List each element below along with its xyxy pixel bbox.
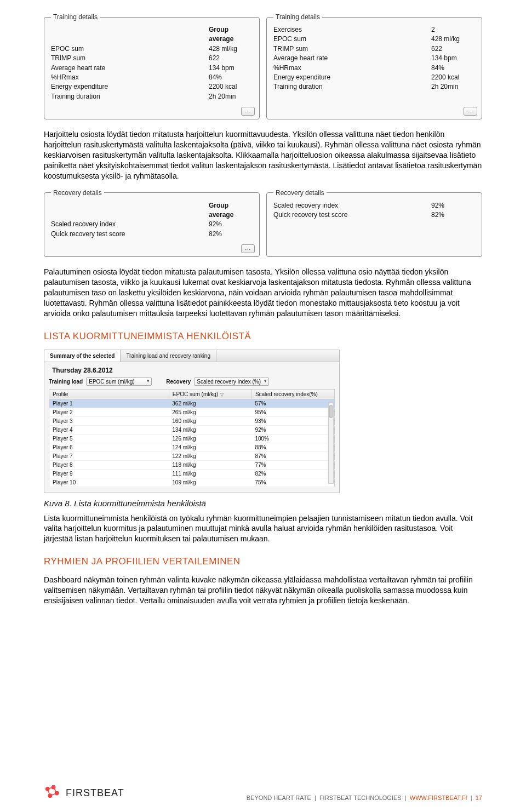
- metric-label: Training duration: [273, 82, 431, 92]
- metric-label: Energy expenditure: [51, 82, 209, 92]
- cell-profile: Player 5: [49, 434, 169, 443]
- panel-legend: Training details: [51, 13, 100, 21]
- recovery-details-panel-individual: Recovery details Scaled recovery index92…: [266, 189, 482, 258]
- cell-epoc: 362 ml/kg: [169, 399, 251, 408]
- firstbeat-logo-text: FIRSTBEAT: [66, 787, 124, 799]
- metric-label: Energy expenditure: [273, 73, 431, 82]
- cell-profile: Player 2: [49, 408, 169, 416]
- cell-epoc: 124 ml/kg: [169, 443, 251, 451]
- scrollbar-thumb[interactable]: [329, 405, 333, 418]
- table-row[interactable]: Player 7122 ml/kg87%: [49, 451, 335, 460]
- table-row[interactable]: Player 4134 ml/kg92%: [49, 425, 335, 434]
- footer-line: BEYOND HEART RATE | FIRSTBEAT TECHNOLOGI…: [247, 794, 482, 801]
- cell-recovery: 92%: [251, 425, 334, 434]
- metric-label: Quick recovery test score: [273, 210, 431, 220]
- cell-profile: Player 8: [49, 460, 169, 469]
- cell-recovery: 88%: [251, 443, 334, 451]
- metric-label: EPOC sum: [51, 44, 209, 54]
- more-button[interactable]: ...: [464, 107, 477, 116]
- ranking-tabs: Summary of the selected Training load an…: [44, 350, 339, 362]
- recovery-select[interactable]: Scaled recovery index (%): [194, 378, 269, 386]
- cell-recovery: 95%: [251, 408, 334, 416]
- metric-value: 2200 kcal: [209, 82, 253, 92]
- scrollbar[interactable]: [328, 402, 334, 484]
- cell-profile: Player 7: [49, 451, 169, 460]
- metric-value: 82%: [431, 210, 475, 220]
- col-profile[interactable]: Profile: [49, 389, 169, 399]
- training-details-row: Training details Group average EPOC sum4…: [44, 13, 482, 119]
- cell-recovery: 82%: [251, 469, 334, 478]
- training-details-panel-individual: Training details Exercises2 EPOC sum428 …: [266, 13, 482, 119]
- page-footer: FIRSTBEAT BEYOND HEART RATE | FIRSTBEAT …: [44, 785, 482, 801]
- cell-profile: Player 3: [49, 416, 169, 425]
- metric-label: EPOC sum: [273, 35, 431, 44]
- metric-label: Scaled recovery index: [51, 220, 209, 229]
- tab-summary[interactable]: Summary of the selected: [44, 350, 121, 362]
- metric-value: 428 ml/kg: [431, 35, 475, 44]
- group-average-head: Group average: [209, 25, 253, 44]
- cell-epoc: 126 ml/kg: [169, 434, 251, 443]
- more-button[interactable]: ...: [241, 107, 255, 116]
- footer-tagline: BEYOND HEART RATE: [247, 794, 311, 801]
- tab-ranking[interactable]: Training load and recovery ranking: [121, 350, 216, 362]
- table-row[interactable]: Player 9111 ml/kg82%: [49, 469, 335, 478]
- table-row[interactable]: Player 3160 ml/kg93%: [49, 416, 335, 425]
- col-recovery[interactable]: Scaled recovery index(%): [251, 389, 334, 399]
- col-epoc[interactable]: EPOC sum (ml/kg)▽: [169, 389, 251, 399]
- metric-label: Training duration: [51, 92, 209, 101]
- cell-profile: Player 6: [49, 443, 169, 451]
- training-load-label: Training load: [49, 379, 83, 385]
- cell-recovery: 77%: [251, 460, 334, 469]
- ranking-widget: Summary of the selected Training load an…: [44, 350, 340, 493]
- table-row[interactable]: Player 10109 ml/kg75%: [49, 478, 335, 487]
- cell-epoc: 118 ml/kg: [169, 460, 251, 469]
- metric-label: Average heart rate: [273, 54, 431, 63]
- training-details-panel-group: Training details Group average EPOC sum4…: [44, 13, 260, 119]
- ranking-table: Profile EPOC sum (ml/kg)▽ Scaled recover…: [49, 389, 335, 487]
- table-row[interactable]: Player 5126 ml/kg100%: [49, 434, 335, 443]
- metric-label: %HRmax: [51, 73, 209, 82]
- metric-label: Quick recovery test score: [51, 230, 209, 239]
- metric-value: 2h 20min: [431, 82, 475, 92]
- group-average-head: Group average: [209, 201, 253, 220]
- cell-epoc: 265 ml/kg: [169, 408, 251, 416]
- ranking-date: Thursday 28.6.2012: [52, 367, 335, 374]
- ranking-paragraph: Lista kuormittuneimmista henkilöistä on …: [44, 513, 482, 545]
- metric-value: 622: [209, 54, 253, 63]
- table-row[interactable]: Player 6124 ml/kg88%: [49, 443, 335, 451]
- training-load-select[interactable]: EPOC sum (ml/kg): [86, 378, 152, 386]
- footer-page-number: 17: [476, 794, 482, 801]
- metric-value: 428 ml/kg: [209, 44, 253, 54]
- cell-recovery: 100%: [251, 434, 334, 443]
- cell-recovery: 93%: [251, 416, 334, 425]
- cell-profile: Player 1: [49, 399, 169, 408]
- metric-label: Scaled recovery index: [273, 201, 431, 210]
- panel-legend: Recovery details: [51, 189, 104, 197]
- section-heading-ranking: LISTA KUORMITTUNEIMMISTA HENKILÖISTÄ: [44, 331, 482, 342]
- cell-recovery: 57%: [251, 399, 334, 408]
- cell-recovery: 75%: [251, 478, 334, 487]
- metric-label: Exercises: [273, 25, 431, 35]
- firstbeat-logo-icon: [44, 785, 61, 801]
- metric-value: 92%: [209, 220, 253, 229]
- metric-value: 2h 20min: [209, 92, 253, 101]
- cell-profile: Player 10: [49, 478, 169, 487]
- more-button[interactable]: ...: [241, 244, 255, 253]
- metric-value: 84%: [431, 64, 475, 73]
- footer-company: FIRSTBEAT TECHNOLOGIES: [319, 794, 402, 801]
- table-row[interactable]: Player 1362 ml/kg57%: [49, 399, 335, 408]
- metric-value: 134 bpm: [209, 64, 253, 73]
- firstbeat-logo: FIRSTBEAT: [44, 785, 124, 801]
- table-row[interactable]: Player 8118 ml/kg77%: [49, 460, 335, 469]
- metric-label: Average heart rate: [51, 64, 209, 73]
- ranking-controls: Training load EPOC sum (ml/kg) Recovery …: [49, 378, 335, 386]
- metric-value: 622: [431, 44, 475, 54]
- cell-epoc: 109 ml/kg: [169, 478, 251, 487]
- cell-epoc: 134 ml/kg: [169, 425, 251, 434]
- compare-paragraph: Dashboard näkymän toinen ryhmän valinta …: [44, 575, 482, 606]
- recovery-details-panel-group: Recovery details Group average Scaled re…: [44, 189, 260, 258]
- table-row[interactable]: Player 2265 ml/kg95%: [49, 408, 335, 416]
- recovery-label: Recovery: [166, 379, 191, 385]
- sort-desc-icon: ▽: [218, 392, 224, 397]
- metric-label: TRIMP sum: [273, 44, 431, 54]
